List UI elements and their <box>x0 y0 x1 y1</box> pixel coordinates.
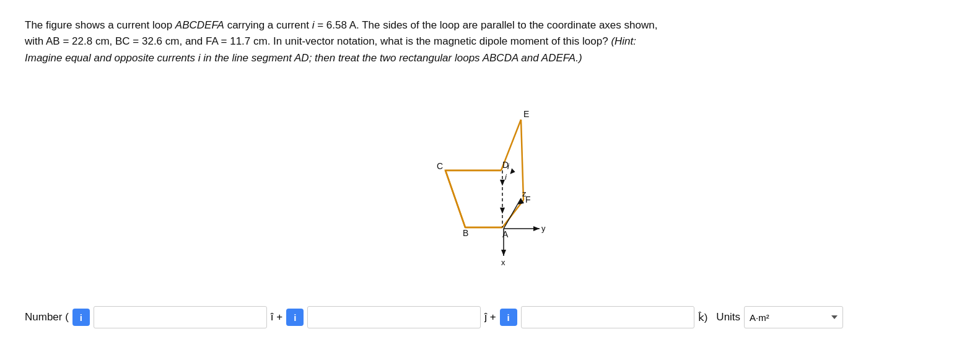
problem-text-p1: The figure shows a current loop ABCDEFA … <box>25 19 657 31</box>
label-C: C <box>437 161 443 171</box>
label-E: E <box>523 109 529 119</box>
answer-row: Number ( i î + i ĵ + i k̂) Units <box>25 299 955 335</box>
info-button-1[interactable]: i <box>72 309 90 326</box>
input-group-1: i <box>72 306 267 328</box>
problem-text-p2: with AB = 22.8 cm, BC = 32.6 cm, and FA … <box>25 35 636 47</box>
svg-line-2 <box>521 120 523 200</box>
problem-text: The figure shows a current loop ABCDEFA … <box>25 17 954 66</box>
info-button-2[interactable]: i <box>286 309 304 326</box>
figure-container: E C D B A F i <box>25 72 955 292</box>
svg-marker-7 <box>500 180 505 186</box>
svg-marker-15 <box>508 168 515 175</box>
problem-text-p3: Imagine equal and opposite currents i in… <box>25 52 582 64</box>
label-B: B <box>463 228 468 238</box>
k-hat-close-paren: k̂) <box>698 311 708 324</box>
svg-line-13 <box>504 198 521 229</box>
input-group-3: i <box>500 306 694 328</box>
svg-marker-8 <box>500 208 505 214</box>
input-field-3[interactable] <box>521 306 694 328</box>
i-hat-label: î + <box>271 311 282 323</box>
j-hat-label: ĵ + <box>484 311 496 323</box>
svg-line-3 <box>502 200 523 227</box>
svg-marker-10 <box>501 250 506 256</box>
problem-figure: E C D B A F i <box>391 90 589 276</box>
input-group-2: i <box>286 306 481 328</box>
label-x: x <box>501 258 505 267</box>
label-current-i-near-D: i <box>507 162 510 171</box>
label-z: z <box>522 189 527 198</box>
svg-line-5 <box>445 170 465 227</box>
svg-marker-12 <box>533 226 540 231</box>
number-label: Number ( <box>25 311 69 323</box>
units-select[interactable]: A·m² mA·m² T·m³ <box>744 306 843 328</box>
label-current-i-top: i <box>505 172 507 182</box>
units-dropdown-container: Units A·m² mA·m² T·m³ <box>716 306 843 328</box>
units-text-label: Units <box>716 311 740 323</box>
label-y: y <box>541 224 546 233</box>
info-button-3[interactable]: i <box>500 309 517 326</box>
input-field-2[interactable] <box>307 306 481 328</box>
input-field-1[interactable] <box>94 306 267 328</box>
page: The figure shows a current loop ABCDEFA … <box>0 0 980 347</box>
